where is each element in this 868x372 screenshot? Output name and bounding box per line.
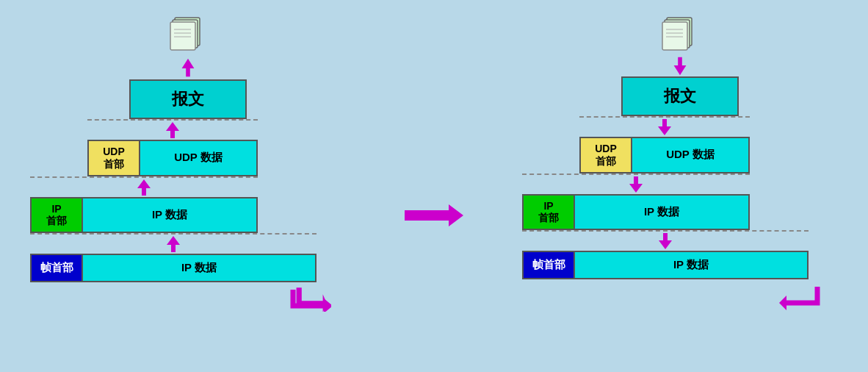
- udp-header-left: UDP首部: [87, 140, 140, 176]
- arrow-udp-to-ip-left: [30, 178, 258, 197]
- arrow-doc-to-baowen-left: [177, 57, 199, 78]
- ip-row-right: IP首部 IP 数据: [522, 194, 750, 231]
- svg-marker-11: [324, 298, 331, 312]
- ip-data-right: IP 数据: [575, 194, 750, 231]
- svg-marker-21: [629, 176, 643, 193]
- frame-header-right: 帧首部: [522, 251, 575, 279]
- arrow-bottom-left: [45, 282, 331, 312]
- frame-row-left: 帧首部 IP 数据: [30, 254, 317, 282]
- svg-marker-12: [405, 204, 463, 226]
- arrow-baowen-to-doc-right: [669, 56, 691, 76]
- udp-row-left: UDP首部 UDP 数据: [87, 140, 258, 176]
- baowen-box-right: 报文: [621, 76, 739, 116]
- right-diagram: 报文 UDP首部 UDP 数据 IP首部 IP 数据 帧首: [522, 15, 838, 310]
- center-right-arrow: [405, 204, 463, 226]
- ip-data-left: IP 数据: [83, 197, 258, 234]
- svg-marker-22: [659, 233, 672, 249]
- svg-rect-15: [662, 22, 687, 50]
- ip-header-left: IP首部: [30, 197, 83, 234]
- baowen-box-left: 报文: [129, 79, 247, 119]
- arrow-ip-to-udp-right: [522, 175, 750, 194]
- frame-data-left: IP 数据: [83, 254, 317, 282]
- frame-header-left: 帧首部: [30, 254, 83, 282]
- arrow-ip-to-frame-left: [30, 235, 317, 254]
- doc-icon-left: [169, 15, 207, 53]
- arrow-udp-to-baowen-right: [579, 118, 750, 137]
- svg-marker-19: [674, 57, 687, 75]
- frame-data-right: IP 数据: [575, 251, 809, 279]
- udp-data-left: UDP 数据: [140, 140, 258, 176]
- frame-row-right: 帧首部 IP 数据: [522, 251, 809, 279]
- svg-marker-20: [658, 119, 671, 135]
- arrow-frame-to-ip-right: [522, 232, 809, 251]
- doc-icon-right: [661, 15, 699, 53]
- svg-marker-23: [779, 296, 786, 310]
- arrow-baowen-to-udp-left: [87, 121, 258, 140]
- svg-marker-8: [137, 179, 151, 196]
- svg-marker-6: [182, 59, 195, 76]
- arrow-bottom-right: [537, 279, 823, 310]
- svg-rect-2: [170, 22, 195, 50]
- udp-data-right: UDP 数据: [632, 137, 750, 174]
- svg-marker-7: [166, 122, 179, 138]
- main-container: 报文 UDP首部 UDP 数据 IP首部 IP 数据 帧首: [0, 0, 868, 372]
- svg-marker-9: [167, 236, 180, 252]
- udp-header-right: UDP首部: [579, 137, 632, 174]
- left-diagram: 报文 UDP首部 UDP 数据 IP首部 IP 数据 帧首: [30, 15, 346, 312]
- ip-header-right: IP首部: [522, 194, 575, 231]
- udp-row-right: UDP首部 UDP 数据: [579, 137, 750, 174]
- ip-row-left: IP首部 IP 数据: [30, 197, 258, 234]
